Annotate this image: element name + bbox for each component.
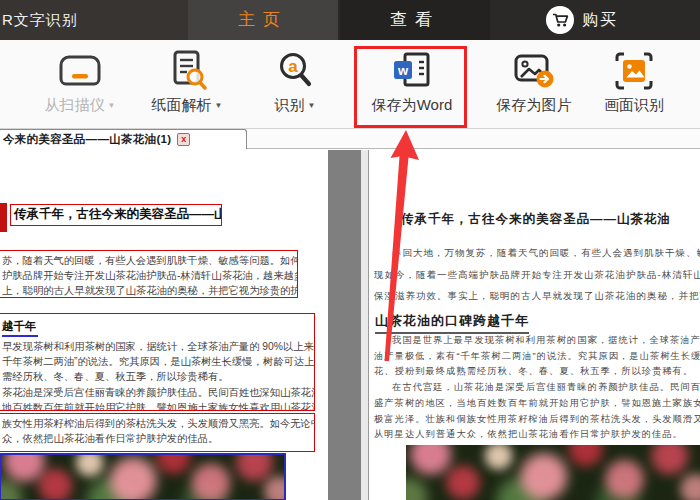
ocr-region-photo-camellia[interactable] xyxy=(0,453,286,500)
screen-recognition-label: 画面识别 xyxy=(604,96,664,113)
document-tab[interactable]: 今来的美容圣品——山茶花油(1) x xyxy=(0,129,247,149)
scan-text-line: 茶花油是深受后宫佳丽青睐的养颜护肤佳品。民间百姓也深知山茶花油的美容奇效。在一些 xyxy=(2,385,314,400)
scan-text-line: 苏，随着天气的回暖，有些人会遇到肌肤干燥、敏感等问题。如何解决肌肤季节问题呢？ xyxy=(2,253,297,268)
close-document-icon[interactable]: x xyxy=(177,133,190,146)
result-text-line: 油产量极低，素有“千年茶树二两油”的说法。究其原因，是山茶树生长缓慢，树龄可达上… xyxy=(374,349,700,365)
result-text-line: 盛产茶树的地区，当地百姓数百年前就开始用它护肤，譬如恩施土家族女性喜欢用山茶花油… xyxy=(374,396,700,412)
result-text-line: 现如今，随着一些高端护肤品牌开始专注开发山茶花油护肤品-林清轩山茶花油，越来越多… xyxy=(374,264,700,286)
result-text-line: 春回大地，万物复苏，随着天气的回暖，有些人会遇到肌肤干燥、敏感等问题。如何解决肌 xyxy=(374,242,700,264)
ocr-region-paragraph-2[interactable]: 越千年 早发现茶树和利用茶树的国家，据统计，全球茶油产量的 90%以上来自中国。… xyxy=(0,313,315,411)
scanner-icon xyxy=(22,46,138,96)
main-toolbar: 从扫描仪▼ 纸面解析▼ a xyxy=(0,40,700,129)
result-section-heading: 山茶花油的口碑跨越千年 xyxy=(375,312,529,334)
app-title: R文字识别 xyxy=(2,0,78,40)
word-document-icon: w xyxy=(354,46,470,96)
result-text-line: 保湿滋养功效。事实上，聪明的古人早就发现了山茶花油的奥秘，并把它视为珍贵的护肤品… xyxy=(374,285,700,307)
document-tab-label: 今来的美容圣品——山茶花油(1) xyxy=(3,132,171,147)
from-scanner-label: 从扫描仪 xyxy=(45,96,105,113)
paper-analysis-icon xyxy=(129,46,245,96)
recognized-text-pane[interactable]: 传承千年，古往今来的美容圣品——山茶花油 春回大地，万物复苏，随着天气的回暖，有… xyxy=(368,150,700,500)
dropdown-arrow-icon: ▼ xyxy=(108,101,116,110)
save-as-word-label: 保存为Word xyxy=(372,96,453,113)
result-paragraph-1: 春回大地，万物复苏，随着天气的回暖，有些人会遇到肌肤干燥、敏感等问题。如何解决肌… xyxy=(374,242,700,307)
scan-text-line: 众，依然把山茶花油看作日常护肤护发的佳品。 xyxy=(2,431,314,446)
save-as-image-label: 保存为图片 xyxy=(497,96,572,113)
pane-divider xyxy=(361,150,368,500)
save-as-word-button[interactable]: w 保存为Word xyxy=(354,46,470,126)
document-area: 传承千年，古往今来的美容圣品——山茶花油 苏，随着天气的回暖，有些人会遇到肌肤干… xyxy=(0,150,700,500)
scan-text-line: 族女性用茶籽榨油后得到的茶枯洗头发，头发顺滑又黑亮。如今无论中外，从名媛到明星， xyxy=(2,416,314,431)
ocr-region-paragraph-3[interactable]: 族女性用茶籽榨油后得到的茶枯洗头发，头发顺滑又黑亮。如今无论中外，从名媛到明星，… xyxy=(0,413,315,452)
dropdown-arrow-icon: ▼ xyxy=(215,101,223,110)
from-scanner-button[interactable]: 从扫描仪▼ xyxy=(22,46,138,126)
result-photo-camellia xyxy=(406,445,700,500)
buy-button[interactable]: 购买 xyxy=(546,0,618,40)
paper-analysis-label: 纸面解析 xyxy=(152,96,212,113)
result-text-line: 花、授粉到最终成熟需经历秋、冬、春、夏、秋五季，所以珍贵稀有。 xyxy=(374,364,700,380)
paper-analysis-button[interactable]: 纸面解析▼ xyxy=(129,46,245,126)
result-text-line: 从明星达人到普通大众，依然把山茶花油看作日常护肤护发的佳品。 xyxy=(374,427,700,443)
scan-text-line: 护肤品牌开始专注开发山茶花油护肤品-林清轩山茶花油，越来越多人了解到山茶花油的 xyxy=(2,268,297,283)
svg-text:a: a xyxy=(288,57,298,76)
scan-section-heading: 越千年 xyxy=(2,319,38,337)
region-number-marker xyxy=(0,203,7,232)
screen-recognition-button[interactable]: 画面识别 xyxy=(576,46,692,126)
tab-view[interactable]: 查看 xyxy=(340,0,490,40)
scan-text-line: 需经历秋、冬、春、夏、秋五季，所以珍贵稀有。 xyxy=(2,369,314,384)
scan-text-line: 地百姓数百年前就开始用它护肤。譬如恩施土家族女性喜欢用山茶花油沐浴，皮肤极富弹性 xyxy=(2,400,314,411)
title-bar: R文字识别 主页 查看 购买 xyxy=(0,0,700,40)
ocr-region-paragraph-1[interactable]: 苏，随着天气的回暖，有些人会遇到肌肤干燥、敏感等问题。如何解决肌肤季节问题呢？ … xyxy=(0,250,298,298)
scan-text-line: 千年茶树二两油”的说法。究其原因，是山茶树生长缓慢，树龄可达上千年，而山茶果从开 xyxy=(2,354,314,369)
recognize-label: 识别 xyxy=(275,96,305,113)
result-text-line: 在古代宫廷，山茶花油是深受后宫佳丽青睐的养颜护肤佳品。民间百姓也深知山茶花油的美 xyxy=(374,380,700,396)
result-paragraph-2: 我国是世界上最早发现茶树和利用茶树的国家，据统计，全球茶油产量的90%以 油产量… xyxy=(374,333,700,443)
document-tab-bar: 今来的美容圣品——山茶花油(1) x xyxy=(0,129,700,149)
result-title: 传承千年，古往今来的美容圣品——山茶花油 xyxy=(373,211,699,228)
save-as-image-button[interactable]: 保存为图片 xyxy=(476,46,592,126)
screen-ocr-icon xyxy=(576,46,692,96)
tab-home[interactable]: 主页 xyxy=(188,0,338,40)
scan-text-line: 上，聪明的古人早就发现了山茶花油的奥秘，并把它视为珍贵的护肤品。 xyxy=(2,283,297,298)
scan-text-line: 早发现茶树和利用茶树的国家，据统计，全球茶油产量的 90%以上来自中国。不过山茶… xyxy=(2,339,314,354)
result-text-line: 我国是世界上最早发现茶树和利用茶树的国家，据统计，全球茶油产量的90%以 xyxy=(374,333,700,349)
original-image-pane[interactable]: 传承千年，古往今来的美容圣品——山茶花油 苏，随着天气的回暖，有些人会遇到肌肤干… xyxy=(0,150,328,500)
shopping-cart-icon xyxy=(546,6,574,34)
save-image-icon xyxy=(476,46,592,96)
recognize-icon: a xyxy=(237,46,353,96)
ocr-app-window: R文字识别 主页 查看 购买 从扫描仪▼ xyxy=(0,0,700,500)
buy-label: 购买 xyxy=(582,10,618,31)
recognize-button[interactable]: a 识别▼ xyxy=(237,46,353,126)
result-text-line: 极富光泽。壮族和侗族女性用茶籽榨油后得到的茶枯洗头发，头发顺滑又黑亮。如今无论中… xyxy=(374,412,700,428)
dropdown-arrow-icon: ▼ xyxy=(308,101,316,110)
svg-text:w: w xyxy=(397,63,409,78)
ocr-region-title[interactable]: 传承千年，古往今来的美容圣品——山茶花油 xyxy=(10,204,222,226)
